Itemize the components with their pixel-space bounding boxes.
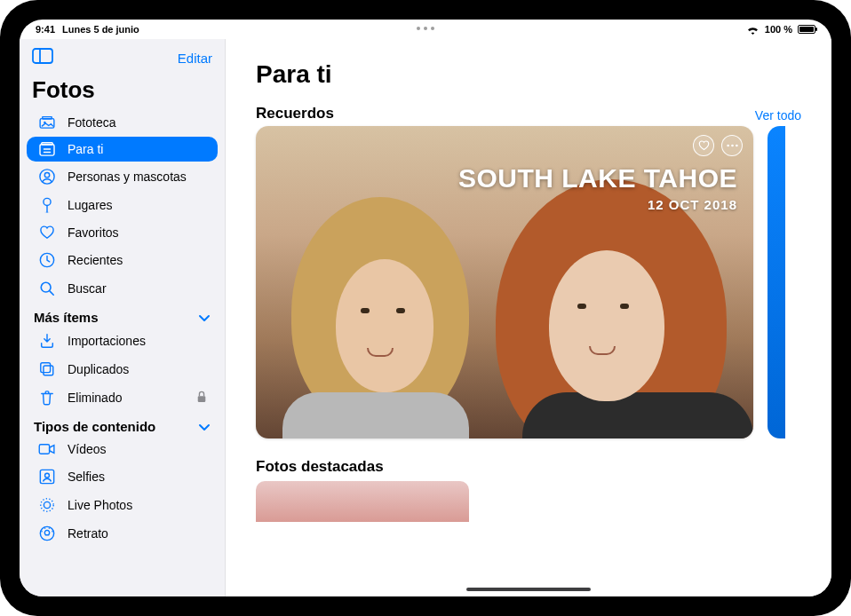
home-indicator[interactable]	[466, 588, 591, 591]
memory-card-next[interactable]	[767, 126, 785, 438]
svg-point-18	[45, 473, 50, 478]
portrait-icon	[37, 525, 57, 541]
sidebar-item-label: Personas y mascotas	[68, 170, 187, 184]
sidebar-item-label: Buscar	[68, 281, 107, 296]
sidebar-item-label: Eliminado	[68, 391, 122, 405]
sidebar-item-live-photos[interactable]: Live Photos	[27, 492, 218, 518]
svg-rect-17	[40, 470, 53, 483]
svg-rect-5	[40, 145, 54, 155]
battery-icon	[798, 25, 815, 34]
heart-icon	[37, 225, 57, 240]
status-date: Lunes 5 de junio	[62, 24, 139, 35]
sidebar-item-label: Para ti	[68, 142, 103, 156]
status-time: 9:41	[36, 24, 55, 35]
pin-icon	[37, 197, 57, 213]
svg-point-9	[44, 198, 51, 205]
sidebar-item-label: Live Photos	[68, 498, 132, 512]
sidebar-item-favorites[interactable]: Favoritos	[27, 220, 218, 245]
main-content: Para ti Recuerdos Ver todo	[226, 39, 831, 596]
live-photos-icon	[37, 497, 57, 513]
sidebar-item-label: Vídeos	[68, 442, 107, 456]
page-title: Para ti	[256, 60, 831, 89]
sidebar-item-places[interactable]: Lugares	[27, 192, 218, 218]
sidebar-item-label: Importaciones	[68, 334, 146, 348]
svg-rect-16	[39, 445, 49, 454]
sidebar-item-for-you[interactable]: Para ti	[27, 137, 218, 162]
svg-point-19	[44, 501, 50, 508]
edit-button[interactable]: Editar	[178, 51, 212, 66]
wifi-icon	[746, 25, 760, 35]
sidebar-item-label: Favoritos	[68, 225, 119, 240]
svg-point-10	[44, 212, 49, 213]
sidebar-item-videos[interactable]: Vídeos	[27, 437, 218, 462]
for-you-icon	[37, 142, 57, 156]
sidebar-item-people-pets[interactable]: Personas y mascotas	[27, 163, 218, 190]
sidebar-item-imports[interactable]: Importaciones	[27, 328, 218, 354]
svg-rect-14	[41, 363, 51, 373]
chevron-down-icon	[198, 419, 211, 434]
battery-percent: 100 %	[765, 24, 792, 35]
sidebar-item-label: Fototeca	[68, 115, 115, 130]
sidebar-section-more-items[interactable]: Más ítems	[20, 303, 225, 327]
memory-title: SOUTH LAKE TAHOE	[458, 163, 737, 193]
svg-rect-13	[44, 366, 53, 375]
section-label: Más ítems	[34, 310, 99, 325]
import-icon	[37, 333, 57, 349]
svg-point-20	[41, 499, 53, 511]
duplicates-icon	[37, 361, 57, 377]
sidebar: Editar Fotos Fototeca Para ti	[20, 39, 226, 596]
sidebar-item-duplicates[interactable]: Duplicados	[27, 356, 218, 383]
featured-header: Fotos destacadas	[256, 458, 831, 476]
svg-point-12	[41, 282, 51, 292]
lock-icon	[196, 391, 207, 406]
sidebar-toggle-icon[interactable]	[32, 48, 53, 67]
svg-rect-3	[43, 116, 52, 119]
svg-point-24	[736, 145, 738, 147]
sidebar-item-label: Selfies	[68, 470, 105, 484]
sidebar-app-title: Fotos	[20, 76, 225, 109]
svg-point-23	[731, 145, 734, 147]
svg-rect-0	[33, 49, 52, 63]
sidebar-item-recents[interactable]: Recientes	[27, 247, 218, 273]
sidebar-item-selfies[interactable]: Selfies	[27, 463, 218, 490]
search-icon	[37, 280, 57, 296]
sidebar-item-search[interactable]: Buscar	[27, 275, 218, 302]
video-icon	[37, 443, 57, 455]
sidebar-item-label: Retrato	[68, 526, 108, 541]
see-all-memories-button[interactable]: Ver todo	[755, 108, 801, 122]
sidebar-item-library[interactable]: Fototeca	[27, 110, 218, 135]
clock-icon	[37, 252, 57, 268]
section-label: Tipos de contenido	[34, 419, 155, 434]
selfies-icon	[37, 469, 57, 485]
memory-more-button[interactable]	[721, 135, 743, 156]
svg-point-22	[727, 145, 729, 147]
sidebar-item-deleted[interactable]: Eliminado	[27, 384, 218, 411]
sidebar-item-portrait[interactable]: Retrato	[27, 520, 218, 547]
sidebar-section-content-types[interactable]: Tipos de contenido	[20, 412, 225, 436]
memory-card[interactable]: SOUTH LAKE TAHOE 12 OCT 2018	[256, 126, 753, 438]
svg-point-8	[44, 173, 49, 178]
memories-header: Recuerdos	[256, 105, 334, 122]
favorite-memory-button[interactable]	[693, 135, 714, 156]
featured-photo-card[interactable]	[256, 481, 469, 522]
memory-date: 12 OCT 2018	[648, 197, 737, 212]
sidebar-item-label: Duplicados	[68, 362, 129, 376]
multitask-indicator[interactable]	[417, 21, 434, 30]
sidebar-item-label: Recientes	[68, 253, 123, 267]
svg-rect-6	[42, 143, 52, 145]
people-icon	[37, 169, 57, 185]
svg-point-21	[40, 526, 53, 540]
sidebar-item-label: Lugares	[68, 198, 113, 212]
library-icon	[37, 116, 57, 129]
trash-icon	[37, 390, 57, 406]
svg-rect-15	[198, 396, 206, 402]
chevron-down-icon	[198, 310, 211, 325]
